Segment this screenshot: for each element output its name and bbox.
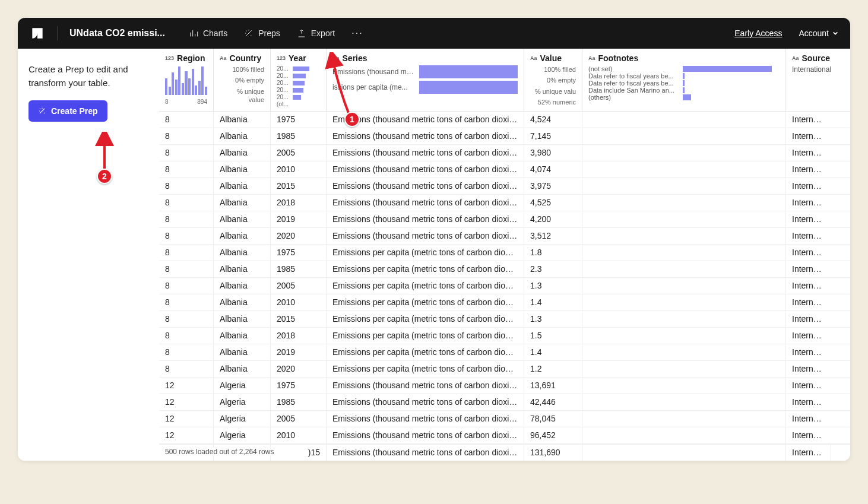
nav-preps[interactable]: Preps — [244, 28, 280, 38]
cell-footnotes[interactable] — [582, 278, 786, 294]
cell-source[interactable]: Internation — [786, 411, 831, 427]
cell-series[interactable]: Emissions (thousand metric tons of carbo… — [327, 211, 524, 227]
cell-value[interactable]: 4,074 — [524, 161, 582, 177]
cell-value[interactable]: 1.8 — [524, 245, 582, 261]
cell-series[interactable]: Emissions per capita (metric tons of car… — [327, 261, 524, 277]
cell-series[interactable]: Emissions (thousand metric tons of carbo… — [327, 427, 524, 443]
cell-year[interactable]: 2005 — [271, 411, 327, 427]
cell-region[interactable]: 8 — [159, 195, 214, 211]
cell-value[interactable]: 4,200 — [524, 211, 582, 227]
cell-series[interactable]: Emissions (thousand metric tons of carbo… — [327, 228, 524, 244]
cell-region[interactable]: 8 — [159, 311, 214, 327]
column-header-region[interactable]: 123 Region 8 894 — [159, 49, 214, 111]
cell-footnotes[interactable] — [582, 245, 786, 261]
cell-footnotes[interactable] — [582, 195, 786, 211]
cell-region[interactable]: 8 — [159, 178, 214, 194]
cell-footnotes[interactable] — [582, 211, 786, 227]
cell-footnotes[interactable] — [582, 112, 786, 128]
column-header-source[interactable]: Aa Source International — [786, 49, 831, 111]
cell-country[interactable]: Albania — [214, 228, 271, 244]
nav-export[interactable]: Export — [297, 28, 335, 38]
cell-source[interactable]: Internation — [786, 178, 831, 194]
cell-footnotes[interactable] — [582, 128, 786, 144]
cell-region[interactable]: 8 — [159, 145, 214, 161]
cell-year[interactable]: 1985 — [271, 128, 327, 144]
cell-series[interactable]: Emissions per capita (metric tons of car… — [327, 328, 524, 344]
cell-footnotes[interactable] — [582, 178, 786, 194]
cell-footnotes[interactable] — [582, 328, 786, 344]
cell-country[interactable]: Albania — [214, 294, 271, 310]
cell-country[interactable]: Albania — [214, 311, 271, 327]
cell-series[interactable]: Emissions per capita (metric tons of car… — [327, 361, 524, 377]
cell-value[interactable]: 1.3 — [524, 278, 582, 294]
cell-series[interactable]: Emissions (thousand metric tons of carbo… — [327, 161, 524, 177]
cell-country[interactable]: Algeria — [214, 427, 271, 443]
table-row[interactable]: 8Albania1985Emissions per capita (metric… — [159, 261, 850, 278]
column-header-country[interactable]: Aa Country 100% filled 0% empty % unique… — [214, 49, 271, 111]
table-row[interactable]: 8Albania2005Emissions per capita (metric… — [159, 278, 850, 294]
cell-series[interactable]: Emissions per capita (metric tons of car… — [327, 278, 524, 294]
cell-footnotes[interactable] — [582, 427, 786, 443]
table-row[interactable]: 8Albania2005Emissions (thousand metric t… — [159, 145, 850, 161]
table-row[interactable]: 8Albania1975Emissions (thousand metric t… — [159, 112, 850, 128]
early-access-link[interactable]: Early Access — [734, 28, 782, 38]
cell-year[interactable]: 2019 — [271, 211, 327, 227]
cell-source[interactable]: Internation — [786, 311, 831, 327]
cell-series[interactable]: Emissions (thousand metric tons of carbo… — [327, 145, 524, 161]
cell-country[interactable]: Algeria — [214, 394, 271, 410]
cell-country[interactable]: Albania — [214, 112, 271, 128]
cell-series[interactable]: Emissions per capita (metric tons of car… — [327, 294, 524, 310]
cell-footnotes[interactable] — [582, 311, 786, 327]
cell-source[interactable]: Internation — [786, 245, 831, 261]
cell-year[interactable]: 2018 — [271, 195, 327, 211]
cell-value[interactable]: 2.3 — [524, 261, 582, 277]
cell-country[interactable]: Albania — [214, 195, 271, 211]
table-row[interactable]: 8Albania1975Emissions per capita (metric… — [159, 245, 850, 261]
cell-value[interactable]: 7,145 — [524, 128, 582, 144]
nav-charts[interactable]: Charts — [189, 28, 227, 38]
table-row[interactable]: 12Algeria2005Emissions (thousand metric … — [159, 411, 850, 427]
cell-source[interactable]: Internation — [786, 261, 831, 277]
column-header-footnotes[interactable]: Aa Footnotes (not set)Data refer to fisc… — [582, 49, 786, 111]
cell-region[interactable]: 12 — [159, 411, 214, 427]
cell-country[interactable]: Algeria — [214, 378, 271, 394]
cell-country[interactable]: Albania — [214, 245, 271, 261]
cell-region[interactable]: 12 — [159, 427, 214, 443]
cell-value[interactable]: 3,512 — [524, 228, 582, 244]
cell-footnotes[interactable] — [582, 294, 786, 310]
cell-value[interactable]: 3,975 — [524, 178, 582, 194]
cell-year[interactable]: 1985 — [271, 394, 327, 410]
cell-source[interactable]: Internation — [786, 427, 831, 443]
cell-year[interactable]: 2015 — [271, 178, 327, 194]
cell-year[interactable]: 2005 — [271, 145, 327, 161]
cell-series[interactable]: Emissions (thousand metric tons of carbo… — [327, 195, 524, 211]
cell-year[interactable]: 2020 — [271, 361, 327, 377]
table-row[interactable]: 12Algeria1975Emissions (thousand metric … — [159, 378, 850, 394]
dataset-title[interactable]: UNdata CO2 emissi... — [69, 28, 165, 39]
cell-source[interactable]: Internation — [786, 328, 831, 344]
cell-year[interactable]: 2010 — [271, 294, 327, 310]
cell-region[interactable]: 8 — [159, 294, 214, 310]
table-row[interactable]: 12Algeria2010Emissions (thousand metric … — [159, 427, 850, 444]
cell-region[interactable]: 12 — [159, 394, 214, 410]
cell-region[interactable]: 8 — [159, 228, 214, 244]
column-header-value[interactable]: Aa Value 100% filled 0% empty % unique v… — [524, 49, 582, 111]
cell-country[interactable]: Albania — [214, 161, 271, 177]
table-row[interactable]: 12Algeria1985Emissions (thousand metric … — [159, 394, 850, 411]
cell-series[interactable]: Emissions (thousand metric tons of carbo… — [327, 411, 524, 427]
cell-source[interactable]: Internation — [786, 278, 831, 294]
cell-value[interactable]: 1.4 — [524, 344, 582, 360]
cell-country[interactable]: Albania — [214, 278, 271, 294]
cell-country[interactable]: Albania — [214, 328, 271, 344]
cell-source[interactable]: Internation — [786, 394, 831, 410]
cell-region[interactable]: 8 — [159, 161, 214, 177]
nav-more-button[interactable]: ··· — [351, 28, 363, 39]
cell-year[interactable]: 1975 — [271, 378, 327, 394]
cell-source[interactable]: Internation — [786, 361, 831, 377]
cell-country[interactable]: Albania — [214, 178, 271, 194]
cell-value[interactable]: 78,045 — [524, 411, 582, 427]
cell-footnotes[interactable] — [582, 344, 786, 360]
cell-footnotes[interactable] — [582, 394, 786, 410]
cell-source[interactable]: Internation — [786, 211, 831, 227]
create-prep-button[interactable]: Create Prep — [28, 100, 107, 122]
